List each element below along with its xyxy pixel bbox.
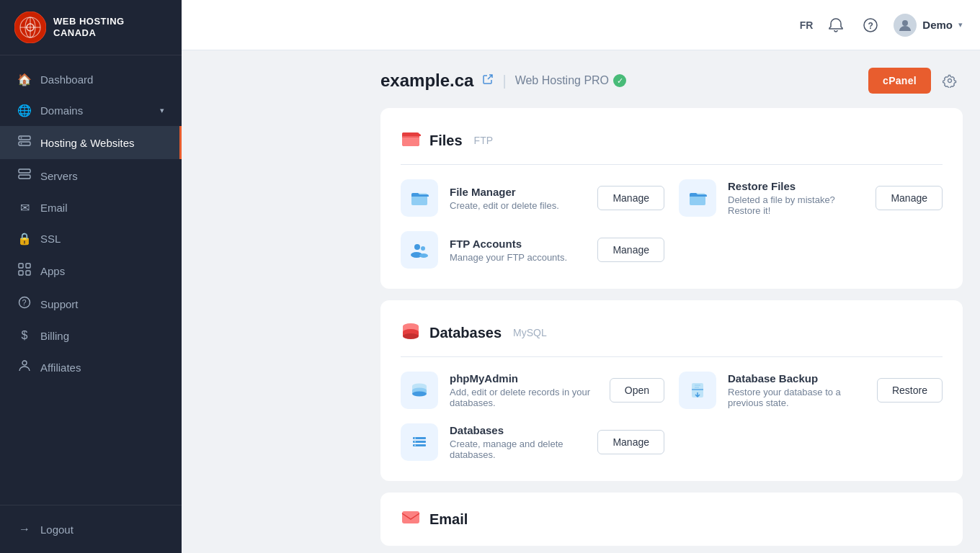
databases-card: Databases MySQL phpMyAdmin Add, edit	[380, 300, 963, 481]
page-plan: Web Hosting PRO ✓	[515, 74, 626, 87]
plan-label: Web Hosting PRO	[515, 74, 609, 87]
sidebar-item-logout[interactable]: → Logout	[0, 514, 182, 544]
logout-icon: →	[17, 523, 32, 536]
file-manager-desc: Create, edit or delete files.	[450, 200, 586, 211]
sidebar-item-billing[interactable]: $ Billing	[0, 320, 182, 351]
restore-files-desc: Deleted a file by mistake? Restore it!	[728, 194, 864, 216]
file-manager-title: File Manager	[450, 186, 586, 198]
ftp-accounts-icon	[401, 231, 438, 269]
ftp-accounts-desc: Manage your FTP accounts.	[450, 252, 586, 263]
help-button[interactable]: ?	[859, 14, 882, 37]
sidebar-item-dashboard[interactable]: 🏠 Dashboard	[0, 64, 182, 95]
sidebar-item-support[interactable]: ? Support	[0, 287, 182, 320]
files-card-header: Files FTP	[401, 128, 943, 165]
svg-rect-29	[690, 195, 705, 205]
page-header-right: cPanel	[868, 68, 963, 94]
databases-icon	[401, 320, 421, 345]
restore-files-title: Restore Files	[728, 180, 864, 192]
globe-icon: 🌐	[17, 104, 32, 117]
settings-button[interactable]	[937, 68, 963, 94]
svg-point-19	[22, 361, 27, 365]
email-section-title: Email	[429, 511, 468, 528]
svg-rect-51	[402, 511, 419, 523]
header-divider: |	[502, 73, 506, 89]
svg-point-22	[902, 20, 908, 26]
ftp-accounts-manage-button[interactable]: Manage	[597, 238, 664, 262]
files-card: Files FTP File Manager Create, edit or d…	[380, 108, 963, 289]
sidebar-item-servers[interactable]: Servers	[0, 159, 182, 192]
external-link-icon[interactable]	[482, 73, 494, 88]
server-icon	[17, 168, 32, 184]
database-backup-info: Database Backup Restore your database to…	[728, 372, 865, 408]
email-section-icon	[401, 507, 421, 531]
databases-subtitle: MySQL	[513, 327, 547, 338]
databases-title: Databases	[429, 325, 502, 341]
cpanel-button[interactable]: cPanel	[868, 68, 931, 94]
svg-point-10	[21, 143, 22, 145]
svg-point-43	[412, 392, 427, 397]
svg-rect-11	[19, 169, 30, 173]
email-card-header: Email	[401, 507, 943, 531]
home-icon: 🏠	[17, 73, 32, 86]
database-backup-title: Database Backup	[728, 372, 865, 385]
sidebar-item-domains[interactable]: 🌐 Domains ▾	[0, 95, 182, 126]
email-card: Email	[380, 493, 963, 546]
files-title: Files	[429, 132, 463, 149]
sidebar-item-ssl[interactable]: 🔒 SSL	[0, 223, 182, 254]
databases-grid: phpMyAdmin Add, edit or delete records i…	[401, 372, 943, 461]
database-backup-icon	[679, 372, 716, 409]
apps-icon	[17, 263, 32, 279]
files-grid: File Manager Create, edit or delete file…	[401, 179, 943, 269]
page-domain: example.ca	[380, 71, 473, 91]
file-manager-icon	[401, 179, 438, 217]
language-switcher[interactable]: FR	[800, 19, 814, 31]
sidebar: WEB HOSTING CANADA 🏠 Dashboard 🌐 Domains…	[0, 0, 182, 553]
lock-icon: 🔒	[17, 232, 32, 246]
file-manager-item: File Manager Create, edit or delete file…	[401, 179, 664, 217]
svg-text:?: ?	[22, 298, 27, 307]
sidebar-logo[interactable]: WEB HOSTING CANADA	[0, 0, 182, 55]
topbar: FR ? Demo ▾	[182, 0, 980, 50]
svg-point-48	[414, 438, 416, 439]
affiliates-icon	[17, 359, 32, 375]
databases-manage-info: Databases Create, manage and delete data…	[450, 424, 586, 460]
phpmyadmin-info: phpMyAdmin Add, edit or delete records i…	[450, 372, 598, 408]
restore-files-manage-button[interactable]: Manage	[876, 186, 943, 210]
phpmyadmin-desc: Add, edit or delete records in your data…	[450, 387, 598, 408]
page-header: example.ca | Web Hosting PRO ✓ cPanel	[380, 68, 963, 94]
databases-manage-desc: Create, manage and delete databases.	[450, 439, 586, 460]
restore-files-info: Restore Files Deleted a file by mistake?…	[728, 180, 864, 216]
svg-point-23	[948, 79, 952, 83]
ftp-accounts-info: FTP Accounts Manage your FTP accounts.	[450, 238, 586, 263]
svg-point-30	[414, 244, 420, 250]
database-backup-desc: Restore your database to a previous stat…	[728, 387, 865, 408]
restore-files-item: Restore Files Deleted a file by mistake?…	[679, 179, 943, 217]
phpmyadmin-item: phpMyAdmin Add, edit or delete records i…	[401, 372, 664, 409]
page-header-left: example.ca | Web Hosting PRO ✓	[380, 71, 626, 91]
files-icon	[401, 128, 421, 153]
databases-manage-button[interactable]: Manage	[597, 430, 664, 454]
svg-rect-16	[26, 271, 30, 275]
phpmyadmin-icon	[401, 372, 438, 409]
avatar	[894, 14, 917, 37]
sidebar-item-email[interactable]: ✉ Email	[0, 192, 182, 223]
databases-item: Databases Create, manage and delete data…	[401, 423, 664, 461]
svg-point-9	[21, 138, 22, 139]
user-menu[interactable]: Demo ▾	[894, 14, 963, 37]
phpmyadmin-open-button[interactable]: Open	[610, 378, 664, 403]
sidebar-item-apps[interactable]: Apps	[0, 254, 182, 287]
svg-point-49	[414, 441, 416, 443]
email-icon: ✉	[17, 201, 32, 215]
database-backup-restore-button[interactable]: Restore	[877, 378, 943, 403]
svg-point-50	[414, 445, 416, 446]
chevron-down-icon: ▾	[160, 106, 164, 115]
username-label: Demo	[922, 19, 953, 31]
restore-files-icon	[679, 179, 716, 217]
svg-point-38	[403, 333, 419, 339]
svg-rect-13	[19, 264, 23, 268]
sidebar-item-affiliates[interactable]: Affiliates	[0, 351, 182, 384]
file-manager-manage-button[interactable]: Manage	[597, 186, 664, 210]
sidebar-item-hosting[interactable]: Hosting & Websites	[0, 126, 182, 159]
main-content: example.ca | Web Hosting PRO ✓ cPanel	[363, 50, 980, 553]
notifications-button[interactable]	[824, 14, 847, 37]
